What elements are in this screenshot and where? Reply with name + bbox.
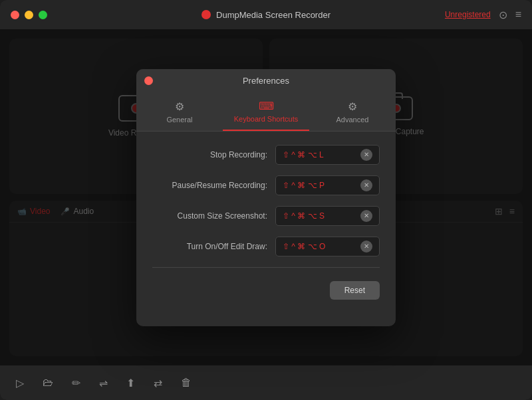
play-button[interactable]: ▷ [13, 374, 27, 392]
edit-button[interactable]: ✏ [69, 374, 83, 392]
unregistered-link[interactable]: Unregistered [445, 10, 491, 19]
pause-resume-keys: ⇧ ^ ⌘ ⌥ P [283, 181, 356, 190]
adjust-button[interactable]: ⇌ [96, 374, 110, 392]
traffic-lights [11, 11, 47, 19]
folder-button[interactable]: 🗁 [40, 374, 56, 391]
tab-general[interactable]: ⚙ General [136, 93, 223, 131]
advanced-tab-icon: ⚙ [348, 100, 357, 113]
export-button[interactable]: ⬆ [124, 374, 138, 392]
custom-screenshot-keys: ⇧ ^ ⌘ ⌥ S [283, 211, 356, 221]
stop-recording-label: Stop Recording: [152, 150, 275, 159]
record-dot-icon [201, 10, 211, 19]
pause-resume-input[interactable]: ⇧ ^ ⌘ ⌥ P [275, 175, 380, 195]
settings-icon[interactable]: ⊙ [499, 9, 507, 21]
edit-draw-input[interactable]: ⇧ ^ ⌘ ⌥ O [275, 237, 380, 256]
custom-screenshot-clear-button[interactable] [360, 210, 372, 222]
edit-draw-keys: ⇧ ^ ⌘ ⌥ O [283, 242, 356, 251]
title-right-area: Unregistered ⊙ ≡ [445, 9, 521, 21]
pause-resume-label: Pause/Resume Recording: [152, 181, 275, 190]
stop-recording-keys: ⇧ ^ ⌘ ⌥ L [283, 150, 356, 159]
bottom-toolbar: ▷ 🗁 ✏ ⇌ ⬆ ⇄ 🗑 [0, 365, 532, 400]
close-button[interactable] [11, 11, 19, 19]
transfer-button[interactable]: ⇄ [151, 374, 165, 392]
preferences-modal: Preferences ⚙ General ⌨ Keyboard Shortcu… [136, 69, 396, 326]
custom-screenshot-input[interactable]: ⇧ ^ ⌘ ⌥ S [275, 206, 380, 226]
advanced-tab-label: Advanced [336, 116, 369, 124]
modal-body: Stop Recording: ⇧ ^ ⌘ ⌥ L Pause/Resume R… [136, 132, 396, 326]
stop-recording-clear-button[interactable] [360, 149, 372, 161]
modal-divider [152, 267, 380, 268]
modal-title: Preferences [243, 76, 289, 86]
stop-recording-row: Stop Recording: ⇧ ^ ⌘ ⌥ L [152, 145, 380, 165]
main-content: Video Recorder 📹 Video 🎤 Audio ⊞ ≡ Scree… [0, 29, 532, 365]
delete-button[interactable]: 🗑 [178, 374, 194, 391]
title-bar: DumpMedia Screen Recorder Unregistered ⊙… [0, 0, 532, 29]
keyboard-tab-label: Keyboard Shortcuts [234, 115, 299, 123]
tab-advanced[interactable]: ⚙ Advanced [309, 93, 396, 131]
keyboard-tab-icon: ⌨ [259, 100, 274, 112]
tab-keyboard-shortcuts[interactable]: ⌨ Keyboard Shortcuts [223, 93, 309, 131]
modal-tabs: ⚙ General ⌨ Keyboard Shortcuts ⚙ Advance… [136, 93, 396, 132]
reset-button[interactable]: Reset [330, 281, 380, 300]
general-tab-icon: ⚙ [175, 100, 184, 113]
pause-resume-clear-button[interactable] [360, 179, 372, 191]
modal-close-button[interactable] [144, 76, 153, 85]
app-title: DumpMedia Screen Recorder [216, 10, 331, 20]
edit-draw-clear-button[interactable] [360, 241, 372, 252]
edit-draw-row: Turn On/Off Edit Draw: ⇧ ^ ⌘ ⌥ O [152, 237, 380, 256]
modal-titlebar: Preferences [136, 69, 396, 93]
menu-icon[interactable]: ≡ [515, 9, 521, 21]
custom-screenshot-row: Custom Size Screenshot: ⇧ ^ ⌘ ⌥ S [152, 206, 380, 226]
general-tab-label: General [166, 116, 192, 124]
modal-footer: Reset [152, 281, 380, 313]
edit-draw-label: Turn On/Off Edit Draw: [152, 242, 275, 251]
stop-recording-input[interactable]: ⇧ ^ ⌘ ⌥ L [275, 145, 380, 165]
custom-screenshot-label: Custom Size Screenshot: [152, 211, 275, 221]
modal-overlay: Preferences ⚙ General ⌨ Keyboard Shortcu… [0, 29, 532, 365]
pause-resume-row: Pause/Resume Recording: ⇧ ^ ⌘ ⌥ P [152, 175, 380, 195]
app-title-area: DumpMedia Screen Recorder [201, 10, 331, 20]
minimize-button[interactable] [25, 11, 33, 19]
maximize-button[interactable] [39, 11, 47, 19]
